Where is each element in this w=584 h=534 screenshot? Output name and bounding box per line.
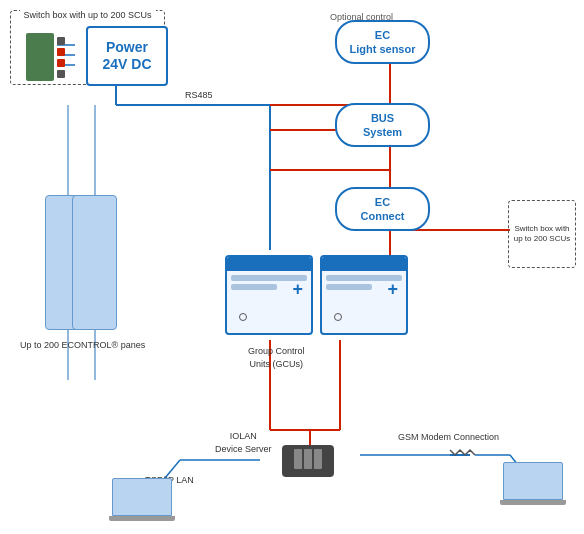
gcu-box-1: + [225, 255, 313, 335]
laptop-left [112, 478, 175, 521]
pin-3 [57, 59, 65, 67]
gcu-dot-1 [239, 313, 247, 321]
laptop-left-base [109, 516, 175, 521]
rs485-label: RS485 [185, 90, 213, 100]
ec-connect-label: EC Connect [361, 195, 405, 224]
ec-bus-system-box: BUS System [335, 103, 430, 147]
switch-box-top-label: Switch box with up to 200 SCUs [19, 10, 155, 20]
connector-block [26, 33, 54, 81]
gcu-label: Group ControlUnits (GCUs) [248, 345, 305, 370]
switch-box-right: Switch box with up to 200 SCUs [508, 200, 576, 268]
iolan-ports [282, 445, 334, 473]
iolan-port-2 [304, 449, 312, 469]
iolan-box [282, 445, 334, 477]
gcu-line-2b [326, 284, 372, 290]
gsm-label: GSM Modem Connection [398, 432, 499, 442]
network-diagram: Switch box with up to 200 SCUs Power 24V… [0, 0, 584, 534]
panes-label: Up to 200 ECONTROL® panes [20, 340, 145, 350]
switch-box-right-label: Switch box with up to 200 SCUs [509, 224, 575, 245]
gcu-top-bar-2 [322, 257, 406, 271]
laptop-right [503, 462, 566, 505]
gcu-top-bar-1 [227, 257, 311, 271]
ec-bus-label: BUS System [363, 111, 402, 140]
iolan-port-1 [294, 449, 302, 469]
gcu-line-1b [231, 284, 277, 290]
ec-connect-box: EC Connect [335, 187, 430, 231]
gcu-plus-2: + [387, 279, 398, 300]
pin-4 [57, 70, 65, 78]
power-box: Power 24V DC [86, 26, 168, 86]
iolan-label: IOLANDevice Server [215, 430, 272, 455]
ec-light-label: EC Light sensor [349, 28, 415, 57]
blue-pane-2 [72, 195, 117, 330]
ec-light-sensor-box: EC Light sensor [335, 20, 430, 64]
laptop-right-screen [503, 462, 563, 500]
switch-box-top: Switch box with up to 200 SCUs Power 24V… [10, 10, 165, 85]
power-label: Power 24V DC [102, 39, 151, 73]
gcu-plus-1: + [292, 279, 303, 300]
laptop-right-base [500, 500, 566, 505]
pin-1 [57, 37, 65, 45]
pin-2 [57, 48, 65, 56]
connector-pins [55, 37, 67, 81]
laptop-left-screen [112, 478, 172, 516]
gcu-dot-2 [334, 313, 342, 321]
iolan-port-3 [314, 449, 322, 469]
gcu-box-2: + [320, 255, 408, 335]
